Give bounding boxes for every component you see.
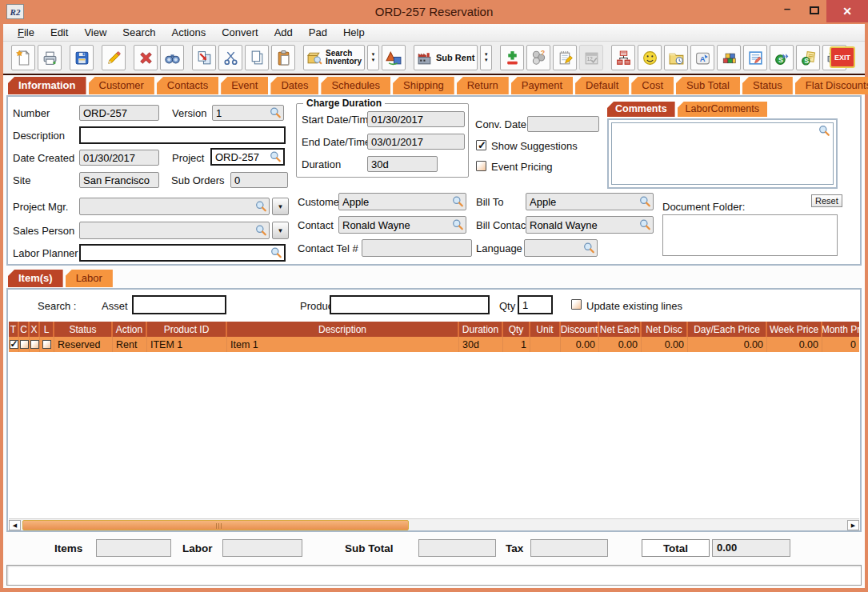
row-l-checkbox[interactable]: [42, 340, 51, 349]
tab-labor[interactable]: Labor: [66, 270, 113, 287]
tab-status[interactable]: Status: [742, 77, 793, 94]
menu-search[interactable]: Search: [114, 25, 163, 40]
col-action[interactable]: Action: [113, 322, 147, 337]
paste-button[interactable]: [271, 45, 295, 70]
comments-textarea[interactable]: [611, 122, 834, 185]
col-x[interactable]: X: [30, 322, 40, 337]
tab-return[interactable]: Return: [457, 77, 509, 94]
col-c[interactable]: C: [19, 322, 30, 337]
tab-shipping[interactable]: Shipping: [393, 77, 454, 94]
exit-button[interactable]: EXIT: [830, 46, 855, 68]
col-week-price[interactable]: Week Price: [767, 322, 822, 337]
project-mgr-dropdown[interactable]: ▼: [272, 198, 289, 215]
comments-lookup-icon[interactable]: [818, 125, 830, 139]
notepad-button[interactable]: [553, 45, 577, 70]
labor-planner-input[interactable]: [79, 244, 286, 262]
close-button[interactable]: ✕: [826, 0, 868, 22]
labor-planner-lookup-icon[interactable]: [270, 247, 282, 259]
menu-view[interactable]: View: [76, 25, 114, 40]
minimize-button[interactable]: –: [777, 0, 798, 21]
print-button[interactable]: [38, 45, 62, 70]
tab-payment[interactable]: Payment: [511, 77, 573, 94]
search-inventory-dropdown[interactable]: ▼▼: [367, 45, 379, 70]
update-existing-lines-checkbox[interactable]: [571, 299, 582, 310]
tab-cost[interactable]: Cost: [631, 77, 674, 94]
tab-contacts[interactable]: Contacts: [157, 77, 218, 94]
folder-time-button[interactable]: [664, 45, 688, 70]
maximize-button[interactable]: [804, 0, 825, 21]
col-discount[interactable]: Discount: [561, 322, 599, 337]
col-l[interactable]: L: [40, 322, 54, 337]
col-status[interactable]: Status: [54, 322, 113, 337]
tab-customer[interactable]: Customer: [89, 77, 154, 94]
menu-convert[interactable]: Convert: [214, 25, 266, 40]
plus-minus-button[interactable]: [500, 45, 524, 70]
row-t-checkbox[interactable]: [10, 340, 18, 349]
shapes-button[interactable]: [382, 45, 406, 70]
product-input[interactable]: [330, 295, 490, 314]
save-button[interactable]: [70, 45, 94, 70]
project-mgr-field[interactable]: [79, 198, 270, 215]
group-query-button[interactable]: ?: [526, 45, 550, 70]
project-mgr-lookup-icon[interactable]: [255, 201, 267, 213]
contact-field[interactable]: Ronald Wayne: [338, 216, 466, 234]
shortcut-key-button[interactable]: A: [690, 45, 714, 70]
tab-information[interactable]: Information: [8, 77, 86, 94]
col-month-price[interactable]: Month Pr: [822, 322, 859, 337]
sales-person-field[interactable]: [79, 222, 270, 239]
delete-button[interactable]: [134, 45, 158, 70]
col-product-id[interactable]: Product ID: [147, 322, 227, 337]
menu-add[interactable]: Add: [266, 25, 301, 40]
col-t[interactable]: T: [9, 322, 19, 337]
table-row[interactable]: Reserved Rent ITEM 1 Item 1 30d 1 0.00 0…: [9, 337, 859, 352]
tab-comments[interactable]: Comments: [607, 102, 675, 117]
sub-rent-dropdown[interactable]: ▼▼: [480, 45, 492, 70]
smiley-button[interactable]: [638, 45, 662, 70]
project-input[interactable]: ORD-257: [210, 148, 285, 166]
col-net-each[interactable]: Net Each: [599, 322, 642, 337]
sub-rent-button[interactable]: Sub Rent: [414, 45, 478, 70]
col-net-disc[interactable]: Net Disc: [642, 322, 688, 337]
language-field[interactable]: [524, 239, 598, 257]
contact-lookup-icon[interactable]: [452, 219, 464, 231]
sales-person-dropdown[interactable]: ▼: [272, 222, 289, 239]
reset-button[interactable]: Reset: [811, 194, 842, 207]
menu-actions[interactable]: Actions: [164, 25, 214, 40]
cut-button[interactable]: [218, 45, 242, 70]
tab-items[interactable]: Item(s): [8, 270, 63, 287]
menu-help[interactable]: Help: [335, 25, 373, 40]
row-x-checkbox[interactable]: [30, 340, 39, 349]
project-lookup-icon[interactable]: [270, 151, 282, 163]
qty-input[interactable]: 1: [518, 295, 553, 314]
asset-input[interactable]: [132, 295, 226, 314]
money-forward-button[interactable]: S: [770, 45, 794, 70]
bill-to-lookup-icon[interactable]: [639, 196, 651, 208]
sales-person-lookup-icon[interactable]: [255, 225, 267, 237]
org-chart-button[interactable]: [611, 45, 635, 70]
blocks-button[interactable]: [717, 45, 741, 70]
customer-lookup-icon[interactable]: [452, 196, 464, 208]
col-unit[interactable]: Unit: [530, 322, 561, 337]
col-duration[interactable]: Duration: [459, 322, 503, 337]
col-day-each-price[interactable]: Day/Each Price: [688, 322, 767, 337]
tab-event[interactable]: Event: [221, 77, 268, 94]
show-suggestions-checkbox[interactable]: [476, 140, 486, 150]
copy-button[interactable]: [245, 45, 269, 70]
col-qty[interactable]: Qty: [503, 322, 530, 337]
menu-file[interactable]: File: [10, 25, 42, 40]
menu-pad[interactable]: Pad: [301, 25, 335, 40]
bill-contact-lookup-icon[interactable]: [639, 219, 651, 231]
row-c-checkbox[interactable]: [20, 340, 29, 349]
bill-to-field[interactable]: Apple: [526, 193, 654, 210]
customer-field[interactable]: Apple: [338, 193, 466, 210]
scrollbar-thumb[interactable]: [22, 520, 409, 530]
document-folder-textarea[interactable]: [662, 214, 838, 256]
find-button[interactable]: [160, 45, 184, 70]
edit-button[interactable]: [102, 45, 126, 70]
money-note-button[interactable]: S: [796, 45, 820, 70]
tab-default[interactable]: Default: [575, 77, 629, 94]
tab-labor-comments[interactable]: LaborComments: [678, 102, 767, 117]
language-lookup-icon[interactable]: [583, 242, 595, 254]
scroll-right-button[interactable]: ▶: [847, 520, 859, 530]
edit-note-button[interactable]: [743, 45, 767, 70]
